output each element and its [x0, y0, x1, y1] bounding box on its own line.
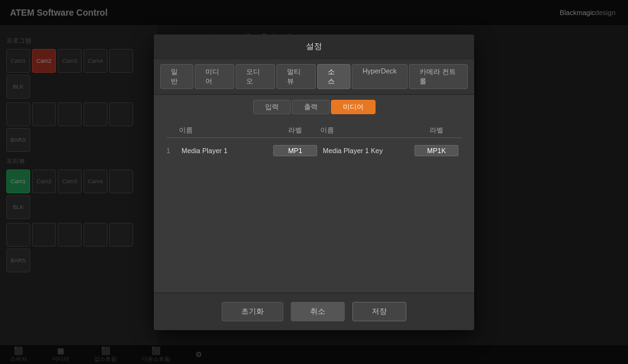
- row1-label2-cell: [411, 145, 462, 156]
- col-label2-header: 라벨: [411, 126, 462, 135]
- modal-overlay: 설정 일반 미디어 오디오 멀티뷰 소스 HyperDeck 카메라 컨트롤 입…: [0, 0, 628, 364]
- save-button[interactable]: 저장: [352, 302, 406, 321]
- row1-name2: Media Player 1 Key: [323, 147, 409, 154]
- tab-camera-control[interactable]: 카메라 컨트롤: [409, 64, 468, 89]
- tab-hyperdeck[interactable]: HyperDeck: [352, 64, 407, 89]
- reset-button[interactable]: 초기화: [222, 302, 283, 321]
- modal-header: 설정: [154, 35, 474, 59]
- row1-label-input[interactable]: [273, 145, 317, 156]
- subtab-input[interactable]: 입력: [253, 100, 291, 114]
- subtab-media[interactable]: 미디어: [331, 100, 376, 114]
- row1-num: 1: [166, 147, 179, 154]
- col-label1-header: 라벨: [270, 126, 320, 135]
- modal-table-area: 이름 라벨 이름 라벨 1 Media Player 1 Media Playe…: [154, 117, 474, 292]
- modal-footer: 초기화 취소 저장: [154, 292, 474, 330]
- tab-multiview[interactable]: 멀티뷰: [276, 64, 316, 89]
- table-row: 1 Media Player 1 Media Player 1 Key: [166, 142, 462, 159]
- col-name1-header: 이름: [179, 126, 270, 135]
- tab-media[interactable]: 미디어: [195, 64, 234, 89]
- col-name2-header: 이름: [320, 126, 411, 135]
- tab-general[interactable]: 일반: [160, 64, 193, 89]
- modal-subtabs: 입력 출력 미디어: [154, 95, 474, 117]
- row1-label-cell: [270, 145, 320, 156]
- settings-modal: 설정 일반 미디어 오디오 멀티뷰 소스 HyperDeck 카메라 컨트롤 입…: [154, 35, 474, 330]
- row1-name: Media Player 1: [181, 147, 268, 154]
- row1-label2-input[interactable]: [414, 145, 458, 156]
- tab-audio[interactable]: 오디오: [236, 64, 275, 89]
- tab-source[interactable]: 소스: [317, 64, 350, 89]
- cancel-button[interactable]: 취소: [291, 302, 345, 321]
- modal-table-header: 이름 라벨 이름 라벨: [166, 123, 462, 138]
- modal-title: 설정: [306, 41, 322, 51]
- subtab-output[interactable]: 출력: [292, 100, 330, 114]
- modal-tabs: 일반 미디어 오디오 멀티뷰 소스 HyperDeck 카메라 컨트롤: [154, 59, 474, 95]
